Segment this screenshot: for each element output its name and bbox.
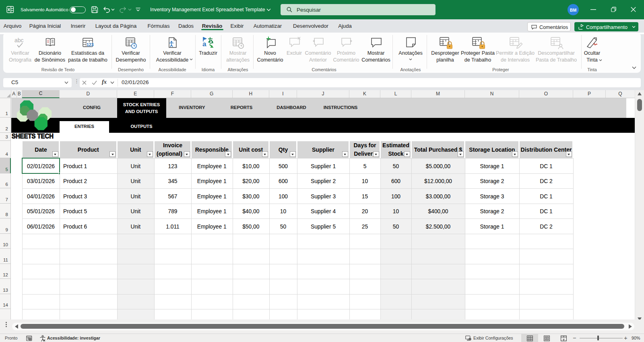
svg-text:abc: abc: [14, 37, 24, 43]
svg-text:a: a: [202, 40, 206, 48]
svg-text:123: 123: [87, 42, 94, 47]
